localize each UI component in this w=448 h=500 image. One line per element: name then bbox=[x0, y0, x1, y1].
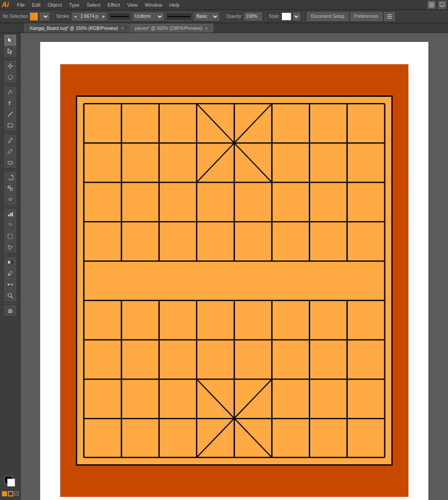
svg-rect-25 bbox=[8, 215, 9, 216]
stroke-indicator[interactable] bbox=[8, 491, 13, 496]
none-indicator[interactable]: ∅ bbox=[14, 491, 19, 496]
document-setup-btn[interactable]: Document Setup bbox=[307, 12, 348, 21]
svg-text:T: T bbox=[8, 101, 11, 106]
svg-point-31 bbox=[11, 224, 12, 225]
sep3 bbox=[265, 12, 265, 21]
background-color[interactable] bbox=[7, 479, 15, 487]
menu-help[interactable]: Help bbox=[166, 1, 183, 8]
workspace-icon[interactable] bbox=[438, 1, 446, 9]
sep4 bbox=[303, 12, 304, 21]
rotate-tool[interactable] bbox=[4, 172, 16, 182]
magic-wand-tool[interactable] bbox=[4, 61, 16, 71]
svg-rect-2 bbox=[429, 5, 431, 7]
paintbrush-tool[interactable] bbox=[4, 135, 16, 145]
canvas-area[interactable] bbox=[21, 33, 448, 500]
svg-point-16 bbox=[8, 93, 9, 94]
pencil-tool[interactable] bbox=[4, 146, 16, 157]
eraser-tool[interactable] bbox=[4, 157, 16, 168]
tool-sep-1 bbox=[4, 58, 16, 59]
menu-icon[interactable] bbox=[384, 12, 395, 21]
color-stack bbox=[4, 476, 16, 488]
svg-rect-4 bbox=[440, 3, 444, 6]
sep1 bbox=[53, 12, 53, 21]
toolbox: T bbox=[0, 33, 21, 500]
svg-line-39 bbox=[11, 297, 13, 298]
rectangle-tool[interactable] bbox=[4, 120, 16, 131]
board-outer bbox=[60, 64, 408, 497]
svg-point-29 bbox=[10, 223, 11, 224]
svg-rect-0 bbox=[429, 3, 431, 4]
svg-rect-3 bbox=[432, 5, 434, 7]
tab-xiangqi-board[interactable]: Xiangqi_Board.svg* @ 150% (RGB/Preview) … bbox=[25, 24, 129, 33]
uniform-dropdown[interactable]: Uniform bbox=[133, 12, 164, 21]
scale-tool[interactable] bbox=[4, 183, 16, 194]
svg-point-28 bbox=[8, 223, 9, 224]
opacity-label: Opacity: bbox=[226, 14, 242, 19]
tool-sep-4 bbox=[4, 169, 16, 170]
menu-file[interactable]: File bbox=[13, 1, 29, 8]
document-canvas bbox=[40, 42, 428, 500]
tab-pieces[interactable]: pieces* @ 300% (CMYK/Preview) ✕ bbox=[130, 24, 214, 33]
pen-tool[interactable] bbox=[4, 87, 16, 97]
warp-tool[interactable] bbox=[4, 194, 16, 205]
toolbar: No Selection ▼ Stroke: ◄ ► Uniform Basic… bbox=[0, 10, 448, 23]
tab-close-1[interactable]: ✕ bbox=[205, 26, 208, 31]
svg-rect-26 bbox=[10, 213, 11, 216]
menu-edit[interactable]: Edit bbox=[29, 1, 44, 8]
svg-point-38 bbox=[8, 293, 12, 297]
tool-sep-5 bbox=[4, 207, 16, 207]
blend-tool[interactable] bbox=[4, 279, 16, 290]
fill-color-swatch[interactable] bbox=[30, 12, 38, 21]
stroke-down-btn[interactable]: ◄ bbox=[72, 12, 78, 21]
stroke-up-btn[interactable]: ► bbox=[100, 12, 107, 21]
svg-marker-10 bbox=[8, 49, 12, 54]
arrange-icon[interactable] bbox=[427, 1, 436, 9]
preferences-btn[interactable]: Preferences bbox=[350, 12, 382, 21]
xiangqi-board-svg bbox=[77, 97, 391, 464]
tab-close-0[interactable]: ✕ bbox=[121, 26, 124, 31]
sep2 bbox=[222, 12, 223, 21]
main-area: T bbox=[0, 33, 448, 500]
hand-tool[interactable] bbox=[4, 305, 16, 316]
fill-indicator[interactable] bbox=[2, 491, 7, 496]
slice-tool[interactable] bbox=[4, 242, 16, 253]
svg-rect-32 bbox=[8, 234, 12, 239]
tabs-bar: Xiangqi_Board.svg* @ 150% (RGB/Preview) … bbox=[0, 23, 448, 33]
menu-object[interactable]: Object bbox=[44, 1, 66, 8]
lasso-tool[interactable] bbox=[4, 72, 16, 83]
svg-point-15 bbox=[9, 65, 11, 67]
opacity-input[interactable] bbox=[244, 12, 262, 21]
direct-selection-tool[interactable] bbox=[4, 46, 16, 57]
svg-rect-20 bbox=[8, 161, 12, 164]
tool-sep-2 bbox=[4, 84, 16, 85]
stroke-line-preview bbox=[108, 12, 131, 21]
selection-tool[interactable] bbox=[4, 35, 16, 45]
stroke-value-input[interactable] bbox=[79, 12, 100, 21]
svg-rect-19 bbox=[8, 124, 12, 127]
svg-point-36 bbox=[8, 284, 9, 285]
tab-label-1: pieces* @ 300% (CMYK/Preview) bbox=[135, 26, 203, 31]
stroke-controls: ◄ ► bbox=[72, 12, 107, 21]
column-graph-tool[interactable] bbox=[4, 209, 16, 219]
symbol-sprayer-tool[interactable] bbox=[4, 220, 16, 231]
artboard-tool[interactable] bbox=[4, 231, 16, 242]
line-tool[interactable] bbox=[4, 109, 16, 120]
menu-type[interactable]: Type bbox=[66, 1, 83, 8]
menu-view[interactable]: View bbox=[124, 1, 141, 8]
style-dropdown[interactable]: ▼ bbox=[293, 12, 300, 21]
svg-rect-34 bbox=[8, 261, 12, 264]
basic-dropdown[interactable]: Basic bbox=[194, 12, 219, 21]
eyedropper-tool[interactable] bbox=[4, 268, 16, 279]
type-tool[interactable]: T bbox=[4, 98, 16, 108]
svg-point-37 bbox=[11, 284, 13, 285]
svg-marker-33 bbox=[8, 245, 12, 250]
svg-line-18 bbox=[8, 112, 12, 116]
gradient-tool[interactable] bbox=[4, 257, 16, 268]
zoom-tool[interactable] bbox=[4, 290, 16, 301]
menu-window[interactable]: Window bbox=[141, 1, 166, 8]
stroke-style-preview bbox=[166, 12, 192, 21]
style-swatch[interactable] bbox=[282, 12, 291, 21]
menu-select[interactable]: Select bbox=[83, 1, 104, 8]
menu-effect[interactable]: Effect bbox=[104, 1, 124, 8]
stroke-dropdown[interactable]: ▼ bbox=[40, 12, 50, 21]
